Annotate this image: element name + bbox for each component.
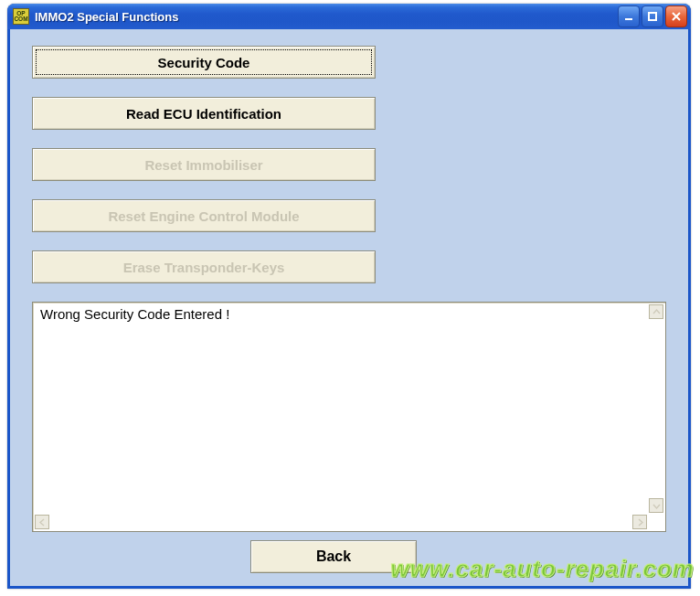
- horizontal-scroll-track[interactable]: [49, 515, 632, 529]
- titlebar: OP COM IMMO2 Special Functions: [7, 4, 691, 29]
- reset-immobiliser-button: Reset Immobiliser: [32, 148, 376, 181]
- reset-immobiliser-label: Reset Immobiliser: [144, 157, 262, 173]
- minimize-button[interactable]: [618, 5, 640, 27]
- close-button[interactable]: [665, 5, 687, 27]
- window-title: IMMO2 Special Functions: [35, 10, 178, 24]
- message-text: Wrong Security Code Entered !: [35, 304, 647, 513]
- scroll-up-button[interactable]: [649, 304, 663, 319]
- maximize-icon: [647, 11, 658, 22]
- back-button[interactable]: Back: [250, 540, 417, 573]
- read-ecu-identification-button[interactable]: Read ECU Identification: [32, 97, 376, 130]
- reset-engine-control-module-button: Reset Engine Control Module: [32, 199, 376, 232]
- horizontal-scrollbar[interactable]: [35, 515, 647, 529]
- app-icon: OP COM: [13, 8, 29, 25]
- minimize-icon: [623, 11, 634, 22]
- read-ecu-label: Read ECU Identification: [126, 106, 281, 122]
- message-panel: Wrong Security Code Entered !: [32, 302, 666, 532]
- vertical-scroll-track[interactable]: [649, 319, 663, 498]
- svg-rect-0: [625, 18, 632, 20]
- chevron-down-icon: [652, 502, 661, 510]
- security-code-label: Security Code: [158, 55, 250, 70]
- scroll-down-button[interactable]: [649, 498, 663, 513]
- chevron-left-icon: [38, 518, 47, 527]
- svg-rect-1: [649, 13, 656, 20]
- maximize-button[interactable]: [642, 5, 663, 27]
- erase-keys-label: Erase Transponder-Keys: [123, 260, 285, 275]
- scroll-left-button[interactable]: [35, 515, 49, 529]
- reset-ecm-label: Reset Engine Control Module: [108, 208, 299, 224]
- vertical-scrollbar[interactable]: [649, 304, 663, 513]
- scroll-right-button[interactable]: [632, 515, 647, 529]
- client-area: Security Code Read ECU Identification Re…: [10, 29, 688, 586]
- security-code-button[interactable]: Security Code: [32, 46, 376, 79]
- app-window: OP COM IMMO2 Special Functions Se: [7, 4, 691, 589]
- chevron-up-icon: [652, 308, 661, 316]
- close-icon: [671, 11, 682, 22]
- scrollbar-corner: [649, 515, 663, 529]
- chevron-right-icon: [636, 518, 644, 527]
- back-label: Back: [316, 548, 351, 565]
- erase-transponder-keys-button: Erase Transponder-Keys: [32, 250, 376, 283]
- window-controls: [618, 5, 687, 27]
